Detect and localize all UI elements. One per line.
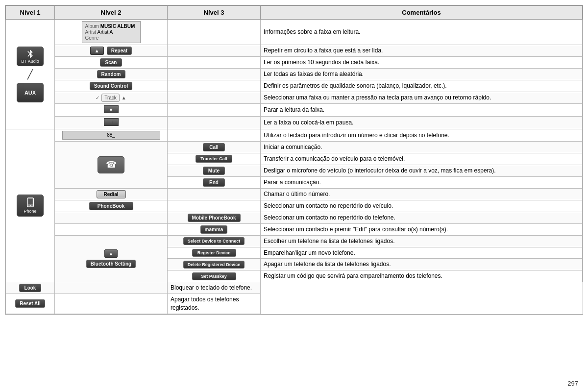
pause-button[interactable] [104, 118, 119, 126]
phonebook-button[interactable]: PhoneBook [89, 202, 133, 210]
set-passkey-cell: Set Passkey [168, 270, 261, 282]
transfer-call-btn-cell: Transfer Call [168, 153, 261, 165]
phone-icon: Phone [17, 195, 44, 217]
end-button[interactable]: End [203, 178, 225, 187]
table-row: Redial Chamar o último número. [6, 188, 583, 200]
nivel3-empty [55, 282, 168, 294]
table-row: Phone 88_ Utilizar o teclado para introd… [6, 129, 583, 142]
redial-button[interactable]: Redial [97, 190, 126, 198]
up-arrow-button[interactable]: ▲ [90, 47, 104, 55]
delete-device-button[interactable]: Delete Registered Device [183, 261, 245, 269]
music-info-cell: Album MUSIC ALBUM Artist Artist A Genre [55, 20, 168, 45]
table-row: Scan Ler os primeiros 10 segundos de cad… [6, 57, 583, 69]
table-row: ☎ Call Iniciar a comunicação. [6, 142, 583, 153]
bluetooth-setting-button[interactable]: Bluetooth Setting [86, 260, 136, 268]
table-row: Look Bloquear o teclado do telefone. [6, 282, 583, 294]
header-nivel1: Nível 1 [6, 6, 55, 20]
end-btn-cell: End [168, 176, 261, 188]
table-row: PhoneBook Seleccionar um contacto no rep… [6, 200, 583, 212]
look-button[interactable]: Look [19, 284, 41, 292]
nivel3-empty [168, 80, 261, 92]
comment-22: Bloquear o teclado do telefone. [168, 282, 261, 294]
comment-21: Registar um código que servirá para empa… [261, 270, 583, 282]
comment-16: Seleccionar um contacto no repertório do… [261, 212, 583, 223]
aux-label: AUX [24, 90, 36, 96]
comment-6: Seleccionar uma faixa ou manter a pressã… [261, 92, 583, 104]
nivel3-empty [168, 92, 261, 104]
nivel3-empty [168, 117, 261, 129]
select-device-cell: Select Device to Connect [168, 235, 261, 247]
table-row: Mobile PhoneBook Seleccionar um contacto… [6, 212, 583, 223]
call-icon: ☎ [98, 156, 124, 173]
nivel3-empty [168, 45, 261, 57]
table-row: ▲ Bluetooth Setting Select Device to Con… [6, 235, 583, 247]
reset-all-button[interactable]: Reset All [15, 299, 45, 308]
comment-13: Parar a comunicação. [261, 176, 583, 188]
table-row: Parar a leitura da faixa. [6, 104, 583, 117]
mute-button[interactable]: Mute [203, 167, 225, 175]
register-device-cell: Register Device [168, 247, 261, 259]
scan-button[interactable]: Scan [100, 58, 122, 67]
call-button[interactable]: Call [203, 143, 225, 151]
track-control: ✓ Track ▲ [58, 94, 164, 102]
mamma-button[interactable]: mamma [200, 225, 228, 234]
scan-cell: Scan [55, 57, 168, 69]
table-row: BT Audio ╱ AUX Album MUSIC ALBUM Artist … [6, 20, 583, 45]
mute-btn-cell: Mute [168, 165, 261, 176]
up-arrow-button-2[interactable]: ▲ [104, 249, 118, 258]
comment-19: Emparelhar/ligar um novo telefone. [261, 247, 583, 259]
repeat-button[interactable]: Repeat [107, 47, 132, 55]
comment-18: Escolher um telefone na lista de telefon… [261, 235, 583, 247]
keyboard-input-cell: 88_ [55, 129, 168, 142]
call-icon-cell: ☎ [55, 142, 168, 189]
comment-1: Informações sobre a faixa em leitura. [261, 20, 583, 45]
comment-10: Iniciar a comunicação. [261, 142, 583, 153]
bt-audio-cell: BT Audio ╱ AUX [6, 20, 55, 129]
track-button[interactable]: Track [101, 94, 120, 102]
slash-icon: ╱ [27, 69, 33, 80]
svg-point-2 [30, 205, 31, 206]
bt-audio-label: BT Audio [21, 59, 39, 64]
transfer-call-button[interactable]: Transfer Call [196, 155, 232, 163]
comment-3: Ler os primeiros 10 segundos de cada fai… [261, 57, 583, 69]
table-row: Random Ler todas as faixas de forma alea… [6, 69, 583, 80]
music-info-box: Album MUSIC ALBUM Artist Artist A Genre [82, 21, 141, 43]
mamma-cell: mamma [168, 223, 261, 235]
empty-cell [55, 223, 168, 235]
random-button[interactable]: Random [97, 70, 125, 78]
stop-button[interactable] [104, 105, 119, 113]
table-row: ✓ Track ▲ Seleccionar uma faixa ou mante… [6, 92, 583, 104]
nivel3-empty [168, 20, 261, 45]
comment-12: Desligar o microfone do veículo (o inter… [261, 165, 583, 176]
comment-9: Utilizar o teclado para introduzir um nú… [261, 129, 583, 142]
table-row: mamma Seleccionar um contacto e premir "… [6, 223, 583, 235]
phonebook-sub-cell [55, 212, 168, 223]
table-row: Reset All Apagar todos os telefones regi… [6, 294, 583, 314]
comment-5: Definir os parâmetros de qualidade sonor… [261, 80, 583, 92]
bt-audio-icon: BT Audio [17, 47, 44, 66]
table-row: ▲ Repeat Repetir em circuito a faixa que… [6, 45, 583, 57]
phone-input[interactable]: 88_ [62, 131, 160, 140]
nivel3-empty [168, 69, 261, 80]
mobile-phonebook-button[interactable]: Mobile PhoneBook [188, 214, 241, 222]
select-device-button[interactable]: Select Device to Connect [183, 237, 245, 245]
phone-label: Phone [24, 209, 36, 214]
sound-control-button[interactable]: Sound Control [90, 82, 132, 90]
album-label: Album [85, 24, 99, 29]
nivel3-empty [168, 188, 261, 200]
comment-23: Apagar todos os telefones registados. [168, 294, 261, 314]
comment-20: Apagar um telefone da lista de telefones… [261, 259, 583, 270]
redial-cell: Redial [55, 188, 168, 200]
register-device-button[interactable]: Register Device [192, 249, 236, 257]
table-row: Ler a faixa ou colocá-la em pausa. [6, 117, 583, 129]
set-passkey-button[interactable]: Set Passkey [192, 272, 236, 280]
phonebook-cell: PhoneBook [55, 200, 168, 212]
header-nivel2: Nível 2 [55, 6, 168, 20]
comment-4: Ler todas as faixas de forma aleatória. [261, 69, 583, 80]
repeat-cell: ▲ Repeat [55, 45, 168, 57]
header-comentarios: Comentários [261, 6, 583, 20]
comment-15: Seleccionar um contacto no repertório do… [261, 200, 583, 212]
stop-cell [55, 104, 168, 117]
delete-device-cell: Delete Registered Device [168, 259, 261, 270]
phone-icon-cell: Phone [6, 129, 55, 282]
